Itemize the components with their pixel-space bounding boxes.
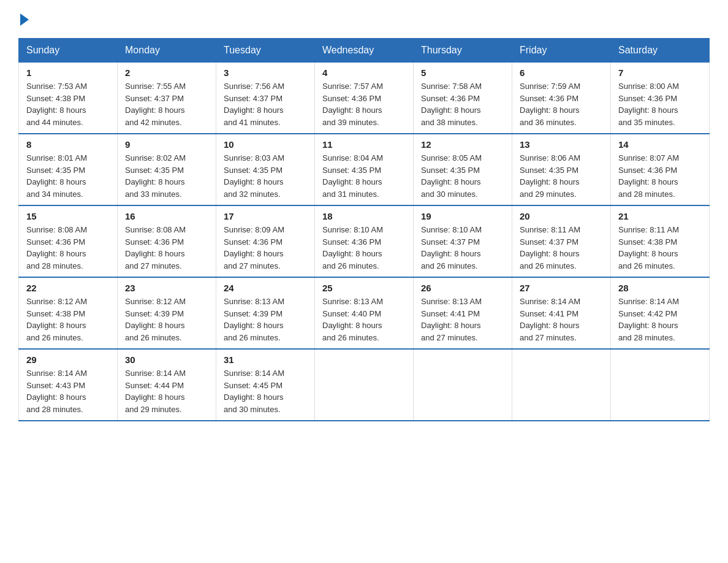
day-info: Sunrise: 7:57 AM Sunset: 4:36 PM Dayligh… — [322, 80, 406, 128]
calendar-cell: 11 Sunrise: 8:04 AM Sunset: 4:35 PM Dayl… — [315, 134, 414, 205]
calendar-week-4: 22 Sunrise: 8:12 AM Sunset: 4:38 PM Dayl… — [19, 277, 710, 349]
day-number: 3 — [224, 67, 307, 78]
day-info: Sunrise: 8:03 AM Sunset: 4:35 PM Dayligh… — [224, 152, 307, 200]
day-info: Sunrise: 8:12 AM Sunset: 4:38 PM Dayligh… — [26, 296, 110, 343]
day-number: 24 — [224, 283, 307, 293]
calendar-week-5: 29 Sunrise: 8:14 AM Sunset: 4:43 PM Dayl… — [19, 349, 710, 421]
day-info: Sunrise: 7:58 AM Sunset: 4:36 PM Dayligh… — [421, 80, 504, 128]
day-info: Sunrise: 8:12 AM Sunset: 4:39 PM Dayligh… — [125, 296, 208, 343]
calendar-cell: 1 Sunrise: 7:53 AM Sunset: 4:38 PM Dayli… — [19, 63, 118, 134]
day-number: 10 — [224, 139, 307, 150]
day-info: Sunrise: 8:14 AM Sunset: 4:44 PM Dayligh… — [125, 367, 208, 415]
calendar-cell — [315, 349, 414, 421]
calendar-cell: 3 Sunrise: 7:56 AM Sunset: 4:37 PM Dayli… — [216, 63, 315, 134]
day-info: Sunrise: 8:06 AM Sunset: 4:35 PM Dayligh… — [520, 152, 603, 200]
calendar-cell: 18 Sunrise: 8:10 AM Sunset: 4:36 PM Dayl… — [315, 205, 414, 277]
day-number: 2 — [125, 67, 208, 78]
day-info: Sunrise: 8:04 AM Sunset: 4:35 PM Dayligh… — [322, 152, 406, 200]
page-header — [18, 12, 710, 26]
day-number: 26 — [421, 283, 504, 293]
day-number: 12 — [421, 139, 504, 150]
day-number: 8 — [26, 139, 110, 150]
calendar-cell: 9 Sunrise: 8:02 AM Sunset: 4:35 PM Dayli… — [118, 134, 216, 205]
calendar-cell: 16 Sunrise: 8:08 AM Sunset: 4:36 PM Dayl… — [118, 205, 216, 277]
day-number: 21 — [618, 211, 702, 221]
day-number: 9 — [125, 139, 208, 150]
weekday-header-saturday: Saturday — [611, 39, 710, 63]
day-info: Sunrise: 8:14 AM Sunset: 4:43 PM Dayligh… — [26, 367, 110, 415]
day-info: Sunrise: 8:01 AM Sunset: 4:35 PM Dayligh… — [26, 152, 110, 200]
calendar-cell: 26 Sunrise: 8:13 AM Sunset: 4:41 PM Dayl… — [414, 277, 512, 349]
day-info: Sunrise: 8:02 AM Sunset: 4:35 PM Dayligh… — [125, 152, 208, 200]
weekday-header-tuesday: Tuesday — [216, 39, 315, 63]
logo-top — [18, 12, 29, 26]
day-number: 11 — [322, 139, 406, 150]
day-info: Sunrise: 7:55 AM Sunset: 4:37 PM Dayligh… — [125, 80, 208, 128]
calendar-cell: 27 Sunrise: 8:14 AM Sunset: 4:41 PM Dayl… — [512, 277, 611, 349]
day-info: Sunrise: 7:59 AM Sunset: 4:36 PM Dayligh… — [520, 80, 603, 128]
weekday-row: SundayMondayTuesdayWednesdayThursdayFrid… — [19, 39, 710, 63]
day-info: Sunrise: 8:10 AM Sunset: 4:36 PM Dayligh… — [322, 224, 406, 272]
calendar-cell: 4 Sunrise: 7:57 AM Sunset: 4:36 PM Dayli… — [315, 63, 414, 134]
calendar-cell: 28 Sunrise: 8:14 AM Sunset: 4:42 PM Dayl… — [611, 277, 710, 349]
calendar-cell — [414, 349, 512, 421]
calendar-cell: 8 Sunrise: 8:01 AM Sunset: 4:35 PM Dayli… — [19, 134, 118, 205]
calendar-cell: 12 Sunrise: 8:05 AM Sunset: 4:35 PM Dayl… — [414, 134, 512, 205]
calendar-cell: 17 Sunrise: 8:09 AM Sunset: 4:36 PM Dayl… — [216, 205, 315, 277]
day-number: 19 — [421, 211, 504, 221]
day-number: 27 — [520, 283, 603, 293]
calendar-header: SundayMondayTuesdayWednesdayThursdayFrid… — [19, 39, 710, 63]
calendar-cell: 6 Sunrise: 7:59 AM Sunset: 4:36 PM Dayli… — [512, 63, 611, 134]
calendar-cell: 23 Sunrise: 8:12 AM Sunset: 4:39 PM Dayl… — [118, 277, 216, 349]
day-number: 23 — [125, 283, 208, 293]
calendar-cell: 13 Sunrise: 8:06 AM Sunset: 4:35 PM Dayl… — [512, 134, 611, 205]
day-number: 14 — [618, 139, 702, 150]
day-info: Sunrise: 8:10 AM Sunset: 4:37 PM Dayligh… — [421, 224, 504, 272]
weekday-header-monday: Monday — [118, 39, 216, 63]
day-number: 17 — [224, 211, 307, 221]
calendar-cell: 19 Sunrise: 8:10 AM Sunset: 4:37 PM Dayl… — [414, 205, 512, 277]
day-number: 22 — [26, 283, 110, 293]
calendar-cell: 29 Sunrise: 8:14 AM Sunset: 4:43 PM Dayl… — [19, 349, 118, 421]
day-number: 6 — [520, 67, 603, 78]
day-info: Sunrise: 8:07 AM Sunset: 4:36 PM Dayligh… — [618, 152, 702, 200]
calendar-cell — [611, 349, 710, 421]
day-info: Sunrise: 7:53 AM Sunset: 4:38 PM Dayligh… — [26, 80, 110, 128]
day-info: Sunrise: 7:56 AM Sunset: 4:37 PM Dayligh… — [224, 80, 307, 128]
weekday-header-wednesday: Wednesday — [315, 39, 414, 63]
day-number: 13 — [520, 139, 603, 150]
day-info: Sunrise: 8:14 AM Sunset: 4:41 PM Dayligh… — [520, 296, 603, 343]
day-number: 25 — [322, 283, 406, 293]
calendar-cell: 31 Sunrise: 8:14 AM Sunset: 4:45 PM Dayl… — [216, 349, 315, 421]
logo-arrow-icon — [20, 13, 29, 26]
calendar-cell: 15 Sunrise: 8:08 AM Sunset: 4:36 PM Dayl… — [19, 205, 118, 277]
calendar-cell: 7 Sunrise: 8:00 AM Sunset: 4:36 PM Dayli… — [611, 63, 710, 134]
calendar-cell: 20 Sunrise: 8:11 AM Sunset: 4:37 PM Dayl… — [512, 205, 611, 277]
calendar-cell: 2 Sunrise: 7:55 AM Sunset: 4:37 PM Dayli… — [118, 63, 216, 134]
day-number: 4 — [322, 67, 406, 78]
day-info: Sunrise: 8:14 AM Sunset: 4:42 PM Dayligh… — [618, 296, 702, 343]
logo — [18, 12, 29, 26]
day-info: Sunrise: 8:00 AM Sunset: 4:36 PM Dayligh… — [618, 80, 702, 128]
day-info: Sunrise: 8:09 AM Sunset: 4:36 PM Dayligh… — [224, 224, 307, 272]
day-info: Sunrise: 8:13 AM Sunset: 4:41 PM Dayligh… — [421, 296, 504, 343]
calendar-cell: 22 Sunrise: 8:12 AM Sunset: 4:38 PM Dayl… — [19, 277, 118, 349]
day-info: Sunrise: 8:11 AM Sunset: 4:38 PM Dayligh… — [618, 224, 702, 272]
day-info: Sunrise: 8:13 AM Sunset: 4:40 PM Dayligh… — [322, 296, 406, 343]
calendar-cell: 5 Sunrise: 7:58 AM Sunset: 4:36 PM Dayli… — [414, 63, 512, 134]
day-number: 30 — [125, 354, 208, 365]
day-info: Sunrise: 8:08 AM Sunset: 4:36 PM Dayligh… — [26, 224, 110, 272]
calendar-cell — [512, 349, 611, 421]
day-number: 29 — [26, 354, 110, 365]
day-number: 18 — [322, 211, 406, 221]
calendar-week-2: 8 Sunrise: 8:01 AM Sunset: 4:35 PM Dayli… — [19, 134, 710, 205]
day-info: Sunrise: 8:08 AM Sunset: 4:36 PM Dayligh… — [125, 224, 208, 272]
calendar-body: 1 Sunrise: 7:53 AM Sunset: 4:38 PM Dayli… — [19, 63, 710, 421]
day-number: 16 — [125, 211, 208, 221]
weekday-header-thursday: Thursday — [414, 39, 512, 63]
day-number: 20 — [520, 211, 603, 221]
calendar-week-3: 15 Sunrise: 8:08 AM Sunset: 4:36 PM Dayl… — [19, 205, 710, 277]
weekday-header-friday: Friday — [512, 39, 611, 63]
day-info: Sunrise: 8:11 AM Sunset: 4:37 PM Dayligh… — [520, 224, 603, 272]
calendar-cell: 14 Sunrise: 8:07 AM Sunset: 4:36 PM Dayl… — [611, 134, 710, 205]
